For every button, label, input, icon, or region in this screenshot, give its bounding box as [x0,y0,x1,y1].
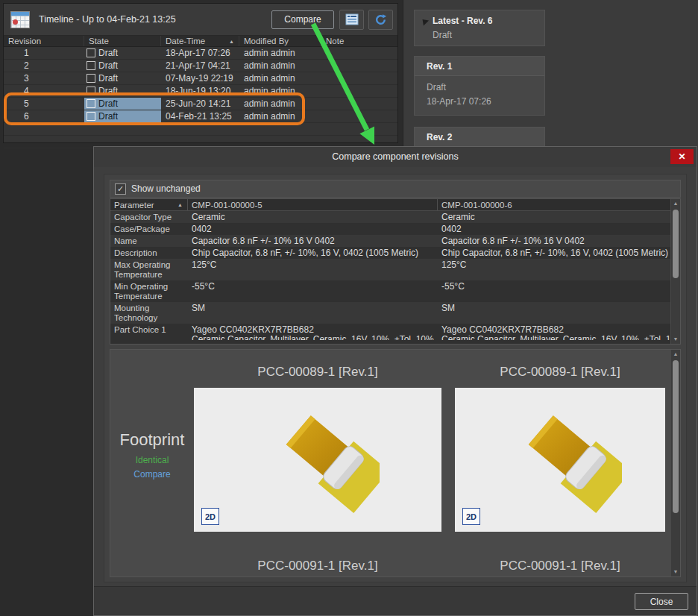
row-checkbox[interactable] [87,61,95,70]
parameter-row[interactable]: Description Chip Capacitor, 6.8 nF, +/- … [110,247,680,259]
column-header-modified-by[interactable]: Modified By [239,36,321,46]
footprint-next-title-left: PCC-00091-1 [Rev.1] [194,559,441,573]
timeline-table-header: Revision State Date-Time▲ Modified By No… [4,36,397,47]
compare-revisions-dialog: Compare component revisions ✕ ✓ Show unc… [93,146,697,616]
scroll-up-icon[interactable]: ▲ [671,350,680,359]
report-button[interactable] [339,10,364,30]
revision-cell: 3 [4,72,84,84]
view-2d-button[interactable]: 2D [462,508,480,525]
table-row[interactable]: 4 Draft 18-Jun-19 13:20 admin admin [4,85,397,98]
close-button[interactable]: Close [635,593,688,610]
footprint-scrollbar[interactable]: ▲ ▼ [670,350,680,576]
revision-cell: 5 [4,98,84,110]
compare-table-header: Parameter▲ CMP-001-00000-5 CMP-001-00000… [110,199,680,211]
compare-button[interactable]: Compare [271,10,334,29]
footprint-next-title-right: PCC-00091-1 [Rev.1] [455,559,665,573]
footprint-viewport-left[interactable]: 2D [194,388,441,532]
revision-card-rev1-date: 18-Apr-17 07:26 [427,96,538,107]
state-label: Draft [98,60,118,71]
scrollbar-thumb[interactable] [673,210,679,278]
parameter-row[interactable]: Mounting Technology SM SM [110,302,680,324]
latest-revision-card[interactable]: Latest - Rev. 6 Draft [414,10,545,46]
date-cell: 18-Apr-17 07:26 [161,47,239,59]
row-checkbox[interactable] [87,87,95,95]
table-row-selected[interactable]: 5 Draft 25-Jun-20 14:21 admin admin [4,98,397,110]
modified-by-cell: admin admin [239,110,321,122]
parameter-row[interactable]: Part Choice 1 Yageo CC0402KRX7R7BB682 Ce… [110,324,680,340]
close-icon[interactable]: ✕ [670,149,694,164]
dialog-title: Compare component revisions [94,147,697,167]
timeline-header: Timeline - Up to 04-Feb-21 13:25 Compare [4,4,397,36]
view-2d-button[interactable]: 2D [201,508,219,525]
column-header-date-time[interactable]: Date-Time▲ [161,36,239,46]
state-label: Draft [98,48,118,58]
revision-cell: 4 [4,85,84,97]
table-row-selected[interactable]: 6 Draft 04-Feb-21 13:25 admin admin [4,110,397,123]
scroll-up-icon[interactable]: ▲ [671,199,680,208]
report-icon [345,13,359,25]
modified-by-cell: admin admin [239,47,321,59]
parameter-row[interactable]: Name Capacitor 6.8 nF +/- 10% 16 V 0402 … [110,235,680,247]
column-header-note[interactable]: Note [321,36,397,46]
timeline-panel: Timeline - Up to 04-Feb-21 13:25 Compare… [3,3,398,143]
footprint-viewport-right[interactable]: 2D [455,388,665,532]
column-header-state[interactable]: State [84,36,161,46]
capacitor-3d-render [499,397,622,520]
revision-card-rev1-state: Draft [427,82,538,92]
parameter-row[interactable]: Capacitor Type Ceramic Ceramic [110,211,680,223]
table-row[interactable]: 3 Draft 07-May-19 22:19 admin admin [4,72,397,85]
state-label: Draft [98,111,118,122]
parameter-row[interactable]: Min Operating Temperature -55°C -55°C [110,280,680,302]
table-row[interactable]: 1 Draft 18-Apr-17 07:26 admin admin [4,47,397,60]
refresh-icon [374,13,387,26]
state-cell: Draft [84,85,161,97]
scroll-down-icon[interactable]: ▼ [671,568,680,576]
row-checkbox[interactable] [87,74,95,83]
date-cell: 21-Apr-17 04:21 [161,60,239,72]
footprint-compare-link[interactable]: Compare [110,469,194,480]
scroll-down-icon[interactable]: ▼ [671,335,680,344]
state-label: Draft [98,73,118,84]
column-header-revision[interactable]: Revision [4,36,84,46]
show-unchanged-checkbox[interactable]: ✓ [115,183,126,195]
row-checkbox[interactable] [87,112,95,121]
modified-by-cell: admin admin [239,98,321,110]
sort-asc-icon: ▲ [177,201,183,208]
modified-by-cell: admin admin [239,72,321,84]
footprint-title-left: PCC-00089-1 [Rev.1] [194,365,441,380]
collapse-icon [420,16,429,25]
column-header-right-revision[interactable]: CMP-001-00000-6 [437,199,680,210]
latest-revision-state: Draft [421,30,538,40]
revision-card-rev1[interactable]: Rev. 1 Draft 18-Apr-17 07:26 [414,56,545,116]
refresh-button[interactable] [368,10,393,30]
footprint-status: Identical [110,455,194,465]
column-header-parameter[interactable]: Parameter▲ [110,199,187,210]
revision-cell: 6 [4,110,84,122]
revision-card-rev1-title: Rev. 1 [415,57,544,76]
state-label: Draft [98,98,118,109]
modified-by-cell: admin admin [239,85,321,97]
date-cell: 04-Feb-21 13:25 [161,110,239,122]
dialog-content: ✓ Show unchanged Parameter▲ CMP-001-0000… [104,174,687,582]
footprint-section-label: Footprint [110,430,194,450]
revision-cell: 1 [4,47,84,59]
compare-parameters-table: Parameter▲ CMP-001-00000-5 CMP-001-00000… [110,198,681,345]
state-cell: Draft [84,47,161,59]
scrollbar-thumb[interactable] [673,360,679,513]
timeline-title: Timeline - Up to 04-Feb-21 13:25 [39,14,271,25]
latest-revision-header: Latest - Rev. 6 [421,16,538,26]
row-checkbox[interactable] [87,48,95,57]
parameter-row[interactable]: Case/Package 0402 0402 [110,223,680,235]
state-cell: Draft [84,60,161,72]
parameter-row[interactable]: Max Operating Temperature 125°C 125°C [110,259,680,280]
column-header-left-revision[interactable]: CMP-001-00000-5 [187,199,437,210]
state-cell: Draft [84,110,161,122]
revision-card-rev2-title: Rev. 2 [415,128,544,147]
table-row-empty [4,123,397,136]
row-checkbox[interactable] [87,99,95,108]
state-label: Draft [98,86,118,96]
capacitor-3d-render [257,397,380,520]
table-row[interactable]: 2 Draft 21-Apr-17 04:21 admin admin [4,60,397,72]
dialog-titlebar[interactable]: Compare component revisions ✕ [94,147,697,167]
table-scrollbar[interactable]: ▲ ▼ [670,199,680,344]
